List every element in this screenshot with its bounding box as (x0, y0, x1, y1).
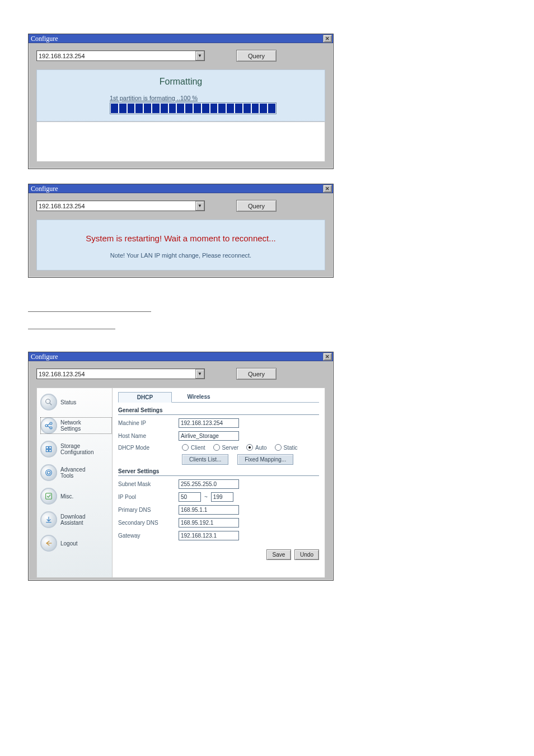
svg-rect-10 (49, 450, 51, 452)
label-secondary-dns: Secondary DNS (118, 520, 179, 526)
ip-combobox[interactable]: 192.168.123.254 ▼ (36, 50, 205, 61)
progress-text: 1st partition is formating ..100 % (110, 95, 319, 101)
undo-button[interactable]: Undo (294, 549, 319, 560)
fixed-mapping-button[interactable]: Fixed Mapping... (237, 454, 293, 465)
close-icon[interactable]: ✕ (323, 185, 332, 193)
progress-segment (252, 104, 259, 113)
configure-dialog-formatting: Configure ✕ 192.168.123.254 ▼ Query Form… (28, 34, 334, 169)
svg-rect-13 (46, 493, 52, 500)
sidebar-item-label: Misc. (60, 493, 73, 500)
query-button[interactable]: Query (236, 368, 277, 380)
tabbar: DHCP Wireless (118, 391, 319, 403)
ip-combobox[interactable]: 192.168.123.254 ▼ (36, 368, 205, 379)
close-icon[interactable]: ✕ (323, 35, 332, 43)
progress-segment (243, 104, 251, 113)
progress-segment (218, 104, 226, 113)
svg-point-4 (50, 427, 52, 429)
input-ip-pool-from[interactable]: 50 (179, 492, 201, 502)
main-panel: DHCP Wireless General Settings Machine I… (113, 388, 325, 577)
ip-value: 192.168.123.254 (39, 203, 85, 209)
progress-segment (227, 104, 234, 113)
label-dhcp-mode: DHCP Mode (118, 445, 179, 451)
download-icon (40, 511, 57, 528)
input-machine-ip[interactable]: 192.168.123.254 (179, 418, 239, 428)
gear-icon (40, 464, 57, 481)
label-gateway: Gateway (118, 533, 179, 539)
chevron-down-icon[interactable]: ▼ (195, 369, 204, 379)
svg-line-5 (48, 424, 50, 426)
check-icon (40, 488, 57, 505)
sidebar-item-label: Status (60, 399, 76, 405)
magnifier-icon (40, 394, 57, 410)
input-primary-dns[interactable]: 168.95.1.1 (179, 505, 239, 515)
save-button[interactable]: Save (266, 549, 291, 560)
section-rule (28, 329, 115, 329)
dialog-title: Configure (31, 185, 58, 193)
input-ip-pool-to[interactable]: 199 (211, 492, 233, 502)
dhcp-mode-radios: Client Server Auto Static (182, 444, 298, 451)
sidebar-item-label: Storage Configuration (60, 443, 93, 455)
label-subnet-mask: Subnet Mask (118, 481, 179, 487)
sidebar-item-storage-configuration[interactable]: Storage Configuration (40, 441, 112, 458)
progress-segment (152, 104, 160, 113)
ip-combobox[interactable]: 192.168.123.254 ▼ (36, 200, 205, 211)
label-primary-dns: Primary DNS (118, 507, 179, 513)
grid-icon (40, 441, 57, 458)
input-gateway[interactable]: 192.168.123.1 (179, 531, 239, 540)
sidebar-item-network-settings[interactable]: Network Settings (40, 417, 112, 434)
svg-point-12 (46, 470, 52, 476)
progress-segment (185, 104, 193, 113)
progress-segment (177, 104, 184, 113)
progress-segment (268, 104, 275, 113)
svg-point-11 (47, 471, 50, 474)
sidebar-item-label: Network Settings (60, 419, 81, 432)
radio-static[interactable]: Static (275, 444, 298, 451)
configure-dialog-restarting: Configure ✕ 192.168.123.254 ▼ Query Syst… (28, 184, 334, 278)
restarting-heading: System is restarting! Wait a moment to r… (43, 234, 319, 243)
input-subnet-mask[interactable]: 255.255.255.0 (179, 479, 239, 489)
progress-segment (111, 104, 118, 113)
titlebar: Configure ✕ (29, 34, 333, 43)
configure-dialog-network: Configure ✕ 192.168.123.254 ▼ Query Stat… (28, 352, 334, 581)
sidebar-item-label: Download Assistant (60, 514, 85, 526)
input-secondary-dns[interactable]: 168.95.192.1 (179, 518, 239, 528)
tab-dhcp[interactable]: DHCP (118, 392, 172, 403)
query-button[interactable]: Query (236, 50, 277, 62)
chevron-down-icon[interactable]: ▼ (195, 51, 204, 60)
svg-rect-7 (46, 446, 48, 449)
radio-client[interactable]: Client (182, 444, 205, 451)
clients-list-button[interactable]: Clients List... (182, 454, 228, 465)
titlebar: Configure ✕ (29, 184, 333, 193)
tab-wireless[interactable]: Wireless (172, 391, 226, 402)
sidebar-item-status[interactable]: Status (40, 394, 112, 410)
sidebar-item-label: Advanced Tools (60, 466, 85, 479)
sidebar-item-download-assistant[interactable]: Download Assistant (40, 511, 112, 528)
group-general-settings: General Settings (118, 407, 319, 415)
radio-server[interactable]: Server (213, 444, 238, 451)
progress-segment (161, 104, 168, 113)
svg-rect-8 (49, 446, 51, 449)
sidebar-item-misc[interactable]: Misc. (40, 488, 112, 505)
svg-rect-9 (46, 450, 48, 452)
titlebar: Configure ✕ (29, 352, 333, 361)
sidebar-item-advanced-tools[interactable]: Advanced Tools (40, 464, 112, 481)
dialog-title: Configure (31, 35, 58, 43)
close-icon[interactable]: ✕ (323, 353, 332, 361)
progress-segment (194, 104, 201, 113)
chevron-down-icon[interactable]: ▼ (195, 201, 204, 211)
sidebar: Status Network Settings Storage Configur… (37, 388, 113, 577)
svg-line-6 (48, 426, 50, 428)
progress-segment (144, 104, 151, 113)
progress-segment (260, 104, 267, 113)
radio-auto[interactable]: Auto (246, 444, 267, 451)
svg-point-2 (45, 424, 48, 427)
sidebar-item-logout[interactable]: Logout (40, 535, 112, 552)
input-host-name[interactable]: Airlive_Storage (179, 431, 239, 441)
svg-point-3 (50, 422, 52, 424)
group-server-settings: Server Settings (118, 468, 319, 476)
network-icon (40, 417, 57, 434)
query-button[interactable]: Query (236, 200, 277, 212)
section-rule (28, 311, 151, 312)
formatting-heading: Formatting (43, 77, 319, 87)
back-arrow-icon (40, 535, 57, 552)
